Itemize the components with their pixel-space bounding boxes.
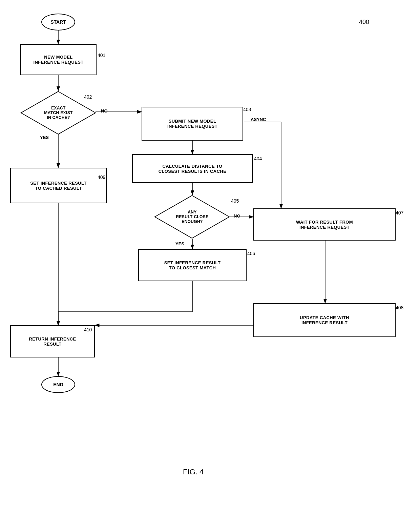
box-410-label: RETURN INFERENCE RESULT bbox=[29, 336, 76, 347]
box-406-label: SET INFERENCE RESULT TO CLOSEST MATCH bbox=[164, 260, 220, 270]
box-407-label: WAIT FOR RESULT FROM INFERENCE REQUEST bbox=[296, 220, 353, 230]
box-410: RETURN INFERENCE RESULT bbox=[10, 325, 95, 357]
ref-406: 406 bbox=[247, 251, 255, 256]
diamond-402-label: EXACT MATCH EXIST IN CACHE? bbox=[44, 106, 72, 120]
ref-402: 402 bbox=[84, 94, 92, 100]
async-label: ASYNC bbox=[251, 117, 266, 122]
ref-401: 401 bbox=[98, 53, 105, 58]
yes-label-402: YES bbox=[40, 135, 49, 140]
box-404: CALCULATE DISTANCE TO CLOSEST RESULTS IN… bbox=[132, 154, 253, 183]
end-oval: END bbox=[41, 376, 75, 393]
ref-407: 407 bbox=[396, 210, 403, 215]
box-409: SET INFERENCE RESULT TO CACHED RESULT bbox=[10, 168, 107, 203]
box-408-label: UPDATE CACHE WITH INFERENCE RESULT bbox=[300, 315, 349, 325]
ref-405: 405 bbox=[231, 198, 239, 204]
ref-400: 400 bbox=[359, 19, 369, 26]
box-409-label: SET INFERENCE RESULT TO CACHED RESULT bbox=[30, 181, 86, 191]
no-label-402: NO bbox=[101, 108, 108, 114]
ref-408: 408 bbox=[396, 305, 403, 310]
box-403: SUBMIT NEW MODEL INFERENCE REQUEST bbox=[142, 107, 243, 141]
box-407: WAIT FOR RESULT FROM INFERENCE REQUEST bbox=[253, 208, 396, 241]
ref-403: 403 bbox=[243, 107, 251, 112]
start-oval: START bbox=[41, 14, 75, 30]
box-401-label: NEW MODEL INFERENCE REQUEST bbox=[33, 55, 83, 65]
box-403-label: SUBMIT NEW MODEL INFERENCE REQUEST bbox=[167, 119, 217, 129]
diamond-405: ANY RESULT CLOSE ENOUGH? bbox=[154, 195, 230, 239]
start-label: START bbox=[50, 19, 66, 25]
box-406: SET INFERENCE RESULT TO CLOSEST MATCH bbox=[138, 249, 247, 281]
box-401: NEW MODEL INFERENCE REQUEST bbox=[20, 44, 97, 75]
diamond-405-label: ANY RESULT CLOSE ENOUGH? bbox=[176, 210, 208, 224]
fig-label: FIG. 4 bbox=[183, 468, 204, 476]
end-label: END bbox=[53, 382, 63, 387]
yes-label-405: YES bbox=[175, 241, 184, 246]
box-404-label: CALCULATE DISTANCE TO CLOSEST RESULTS IN… bbox=[159, 164, 227, 174]
box-408: UPDATE CACHE WITH INFERENCE RESULT bbox=[253, 303, 396, 337]
flowchart-diagram: START NEW MODEL INFERENCE REQUEST 401 EX… bbox=[0, 0, 420, 514]
ref-409: 409 bbox=[98, 174, 105, 180]
ref-404: 404 bbox=[254, 156, 262, 161]
no-label-405: NO bbox=[234, 213, 240, 219]
ref-410: 410 bbox=[84, 327, 92, 332]
